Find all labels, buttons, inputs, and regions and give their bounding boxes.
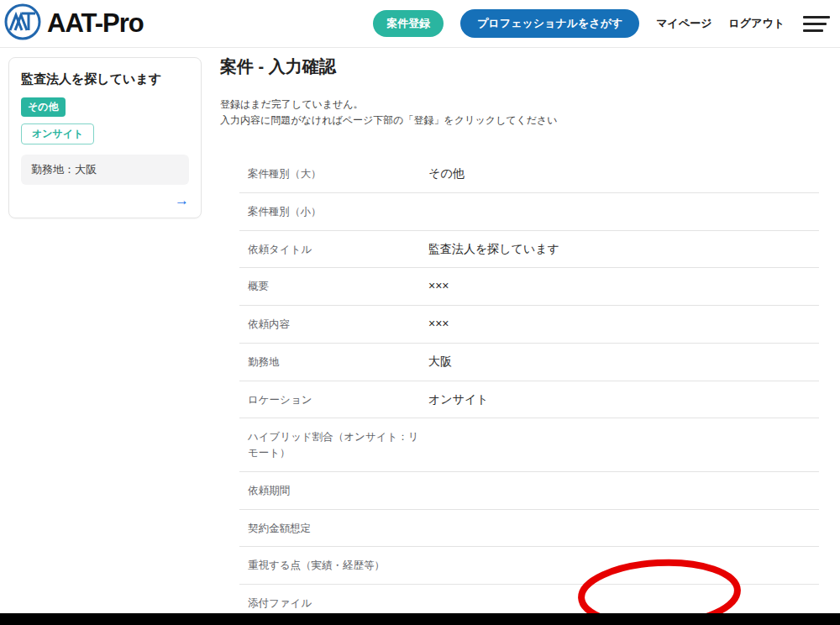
field-label: 重視する点（実績・経歴等） bbox=[248, 557, 428, 574]
field-row: ハイブリッド割合（オンサイト：リモート） bbox=[239, 418, 819, 472]
field-label: 依頼内容 bbox=[248, 316, 428, 333]
logo-text: AAT-Pro bbox=[47, 8, 144, 39]
app-logo[interactable]: AAT-Pro bbox=[3, 3, 144, 45]
search-professional-button[interactable]: プロフェッショナルをさがす bbox=[460, 9, 639, 38]
logo-mark-icon bbox=[3, 3, 42, 45]
field-row: 勤務地大阪 bbox=[239, 344, 819, 381]
work-location-box: 勤務地：大阪 bbox=[21, 155, 189, 185]
field-row: 重視する点（実績・経歴等） bbox=[239, 547, 819, 585]
field-value: その他 bbox=[428, 165, 465, 182]
field-label: 概要 bbox=[248, 278, 428, 295]
project-summary-card: 監査法人を探しています その他 オンサイト 勤務地：大阪 → bbox=[8, 57, 202, 218]
field-value: 監査法人を探しています bbox=[428, 241, 559, 258]
notice-line-1: 登録はまだ完了していません。 bbox=[220, 97, 819, 113]
field-label: 勤務地 bbox=[248, 354, 428, 370]
field-value: オンサイト bbox=[428, 391, 489, 408]
field-row: 案件種別（小） bbox=[239, 193, 819, 231]
app-header: AAT-Pro 案件登録 プロフェッショナルをさがす マイページ ログアウト bbox=[0, 0, 840, 48]
field-row: ロケーションオンサイト bbox=[239, 381, 819, 419]
field-row: 概要××× bbox=[239, 268, 819, 306]
field-row: 案件種別（大）その他 bbox=[239, 155, 819, 193]
field-label: 契約金額想定 bbox=[248, 520, 428, 537]
hamburger-menu-icon[interactable] bbox=[801, 13, 832, 35]
field-label: 依頼タイトル bbox=[248, 241, 428, 258]
category-tag: その他 bbox=[21, 97, 66, 117]
card-detail-arrow-icon[interactable]: → bbox=[21, 193, 189, 207]
field-row: 依頼期間 bbox=[239, 472, 819, 510]
main-content: 案件 - 入力確認 登録はまだ完了していません。 入力内容に問題がなければページ… bbox=[220, 55, 819, 625]
field-row: 依頼タイトル監査法人を探しています bbox=[239, 231, 819, 269]
page-title: 案件 - 入力確認 bbox=[220, 55, 819, 78]
field-label: 案件種別（小） bbox=[248, 203, 428, 220]
field-value: ××× bbox=[428, 278, 449, 295]
field-row: 依頼内容××× bbox=[239, 306, 819, 344]
field-value: ××× bbox=[428, 316, 449, 333]
field-label: ロケーション bbox=[248, 391, 428, 408]
field-value: 大阪 bbox=[428, 354, 452, 370]
header-nav: 案件登録 プロフェッショナルをさがす マイページ ログアウト bbox=[373, 9, 832, 38]
confirmation-notice: 登録はまだ完了していません。 入力内容に問題がなければページ下部の「登録」をクリ… bbox=[220, 97, 819, 128]
project-card-title: 監査法人を探しています bbox=[21, 71, 189, 87]
field-label: 案件種別（大） bbox=[248, 165, 428, 182]
notice-line-2: 入力内容に問題がなければページ下部の「登録」をクリックしてください bbox=[220, 113, 819, 129]
field-label: ハイブリッド割合（オンサイト：リモート） bbox=[248, 428, 428, 461]
field-label: 依頼期間 bbox=[248, 482, 428, 499]
location-type-tag: オンサイト bbox=[21, 123, 94, 144]
bottom-black-bar bbox=[0, 613, 840, 625]
mypage-link[interactable]: マイページ bbox=[656, 16, 711, 31]
logout-link[interactable]: ログアウト bbox=[728, 16, 785, 31]
register-project-button[interactable]: 案件登録 bbox=[373, 10, 444, 37]
field-row: 契約金額想定 bbox=[239, 510, 819, 548]
field-label: 添付ファイル bbox=[248, 595, 428, 612]
confirmation-field-list: 案件種別（大）その他案件種別（小）依頼タイトル監査法人を探しています概要×××依… bbox=[239, 155, 819, 622]
